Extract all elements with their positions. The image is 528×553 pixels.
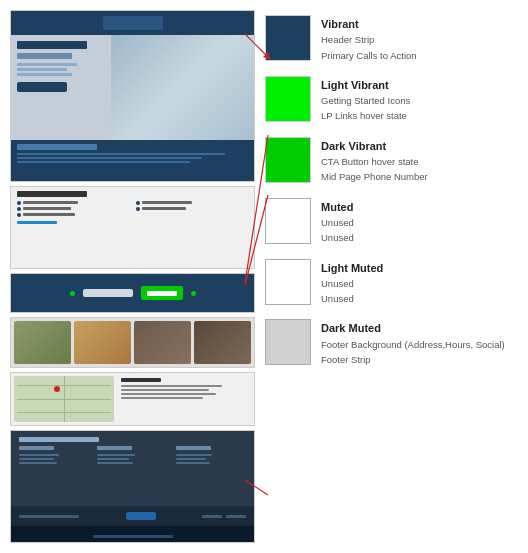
products-dot-3 [17, 213, 21, 217]
footer-columns [19, 446, 246, 464]
swatch-desc-light-vibrant-2: LP Links hover state [321, 109, 410, 122]
banner-btn-label [147, 291, 177, 296]
footer-col-line-2-1 [97, 454, 135, 456]
footer-col-line-2-2 [97, 458, 129, 460]
products-dot-5 [136, 207, 140, 211]
footer-col-line-1-1 [19, 454, 59, 456]
swatch-light-vibrant [265, 76, 311, 122]
swatch-row-muted: Muted Unused Unused [265, 198, 518, 245]
hero-header-bar [11, 11, 254, 35]
hero-bottom-banner [11, 140, 254, 182]
swatch-muted [265, 198, 311, 244]
hero-bottom-title [17, 144, 97, 150]
swatch-title-vibrant: Vibrant [321, 17, 417, 31]
hero-text-line-3 [17, 73, 72, 76]
swatch-title-muted: Muted [321, 200, 354, 214]
map-contact-title [121, 378, 161, 382]
screenshot-footer [10, 430, 255, 543]
footer-col-line-1-3 [19, 462, 57, 464]
screenshot-products [10, 186, 255, 270]
swatch-info-muted: Muted Unused Unused [321, 198, 354, 245]
swatch-row-light-muted: Light Muted Unused Unused [265, 259, 518, 306]
footer-strip-logo [126, 512, 156, 520]
map-contact-line-1 [121, 385, 222, 387]
swatch-desc-light-muted-1: Unused [321, 277, 383, 290]
products-text-3 [23, 213, 75, 216]
swatch-title-dark-muted: Dark Muted [321, 321, 505, 335]
screenshots-column [10, 10, 255, 543]
products-dot-2 [17, 207, 21, 211]
products-item-2 [17, 207, 130, 211]
map-contact-line-3 [121, 393, 216, 395]
hero-bottom-line-1 [17, 153, 225, 155]
footer-col-line-2-3 [97, 462, 133, 464]
footer-col-2 [97, 446, 167, 464]
swatch-row-vibrant: Vibrant Header Strip Primary Calls to Ac… [265, 15, 518, 62]
food-image-1 [14, 321, 71, 364]
food-image-3 [134, 321, 191, 364]
hero-image-overlay [111, 35, 254, 140]
products-link [17, 221, 57, 224]
banner-cta-button [141, 286, 183, 300]
footer-bottom-bar [11, 526, 254, 543]
swatch-desc-muted-1: Unused [321, 216, 354, 229]
footer-col-title-2 [97, 446, 132, 450]
products-grid [17, 201, 248, 217]
swatch-desc-vibrant-1: Header Strip [321, 33, 417, 46]
swatch-dark-muted [265, 319, 311, 365]
products-text-4 [142, 201, 192, 204]
swatch-desc-vibrant-2: Primary Calls to Action [321, 49, 417, 62]
footer-bottom-text [93, 535, 173, 538]
swatch-info-dark-muted: Dark Muted Footer Background (Address,Ho… [321, 319, 505, 366]
map-area [14, 376, 114, 422]
hero-text-line-1 [17, 63, 77, 66]
footer-strip-link-1 [202, 515, 222, 518]
map-line-vertical [64, 376, 65, 422]
footer-strip-links [202, 515, 246, 518]
screenshot-banner [10, 273, 255, 312]
products-item-1 [17, 201, 130, 205]
swatch-desc-light-vibrant-1: Getting Started Icons [321, 94, 410, 107]
products-col-2 [136, 201, 249, 217]
swatch-title-light-muted: Light Muted [321, 261, 383, 275]
hero-bottom-line-2 [17, 157, 202, 159]
swatch-info-dark-vibrant: Dark Vibrant CTA Button hover state Mid … [321, 137, 428, 184]
footer-col-title-1 [19, 446, 54, 450]
banner-dot-1 [70, 291, 75, 296]
map-contact-line-2 [121, 389, 209, 391]
products-dot-4 [136, 201, 140, 205]
footer-col-1 [19, 446, 89, 464]
footer-col-line-3-1 [176, 454, 212, 456]
footer-strip-link-2 [226, 515, 246, 518]
footer-col-title-3 [176, 446, 211, 450]
swatch-desc-dark-vibrant-2: Mid Page Phone Number [321, 170, 428, 183]
hero-header-logo [103, 16, 163, 30]
main-container: Vibrant Header Strip Primary Calls to Ac… [0, 0, 528, 553]
hero-subtitle-bar [17, 53, 72, 59]
hero-left-content [11, 35, 111, 140]
screenshot-food [10, 317, 255, 368]
footer-col-line-3-2 [176, 458, 206, 460]
swatch-vibrant [265, 15, 311, 61]
swatch-info-light-vibrant: Light Vibrant Getting Started Icons LP L… [321, 76, 410, 123]
products-item-4 [136, 201, 249, 205]
swatch-light-muted [265, 259, 311, 305]
footer-strip [11, 506, 254, 526]
footer-strip-copyright [19, 515, 79, 518]
swatch-info-vibrant: Vibrant Header Strip Primary Calls to Ac… [321, 15, 417, 62]
footer-top-title [19, 437, 99, 442]
hero-title-bar [17, 41, 87, 49]
products-item-3 [17, 213, 130, 217]
footer-col-line-3-3 [176, 462, 210, 464]
banner-dot-2 [191, 291, 196, 296]
swatch-desc-light-muted-2: Unused [321, 292, 383, 305]
hero-main-section [11, 35, 254, 140]
banner-cta-text [83, 289, 133, 297]
hero-text-line-2 [17, 68, 67, 71]
map-contact-line-4 [121, 397, 203, 399]
hero-cta-button [17, 82, 67, 92]
swatch-title-light-vibrant: Light Vibrant [321, 78, 410, 92]
products-col-1 [17, 201, 130, 217]
swatch-desc-dark-vibrant-1: CTA Button hover state [321, 155, 428, 168]
food-image-4 [194, 321, 251, 364]
